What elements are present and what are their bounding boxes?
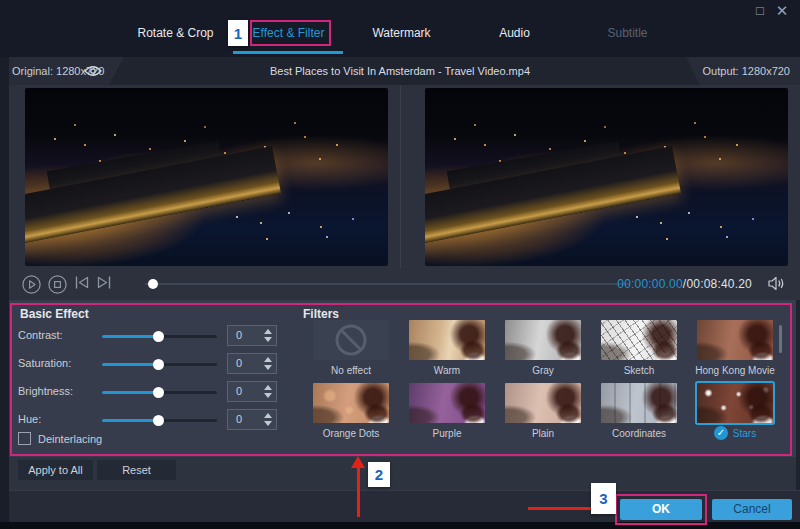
spinner-up-icon[interactable]: [264, 413, 272, 418]
saturation-slider[interactable]: [102, 363, 217, 366]
seek-slider-thumb[interactable]: [148, 279, 158, 289]
city-lights: [454, 138, 456, 140]
filter-label: Orange Dots: [303, 426, 399, 440]
filter-thumbnail[interactable]: [697, 383, 773, 423]
filter-name: Sketch: [624, 365, 655, 376]
saturation-spinner[interactable]: 0: [227, 353, 277, 374]
tab-effect-filter[interactable]: Effect & Filter: [232, 26, 345, 40]
spinner-up-icon[interactable]: [264, 329, 272, 334]
spinner-arrows: [264, 329, 272, 342]
video-editor-dialog: □ ✕ Rotate & CropEffect & FilterWatermar…: [0, 0, 800, 529]
filter-thumbnail[interactable]: [313, 383, 389, 423]
filter-name: Orange Dots: [323, 428, 380, 439]
seek-slider[interactable]: [145, 283, 630, 285]
volume-icon[interactable]: [768, 276, 785, 291]
filter-tile-coordinates[interactable]: Coordinates: [591, 383, 687, 440]
spinner-up-icon[interactable]: [264, 385, 272, 390]
effect-label: Brightness:: [18, 385, 73, 397]
tab-subtitle[interactable]: Subtitle: [571, 26, 684, 40]
play-button[interactable]: [22, 275, 41, 294]
filter-label: Gray: [495, 363, 591, 377]
hue-slider[interactable]: [102, 419, 217, 422]
filter-tile-sketch[interactable]: Sketch: [591, 320, 687, 377]
spinner-value: 0: [236, 329, 242, 341]
previous-frame-button[interactable]: [74, 275, 90, 290]
filter-thumbnail[interactable]: [409, 383, 485, 423]
filter-tile-plain[interactable]: Plain: [495, 383, 591, 440]
effect-label: Contrast:: [18, 329, 63, 341]
tab-watermark[interactable]: Watermark: [345, 26, 458, 40]
contrast-spinner[interactable]: 0: [227, 325, 277, 346]
original-video-preview: [25, 88, 388, 266]
slider-thumb[interactable]: [153, 387, 164, 398]
maximize-icon[interactable]: □: [752, 3, 768, 19]
filter-thumbnail[interactable]: [601, 320, 677, 360]
filter-tile-stars[interactable]: ✓Stars: [687, 383, 783, 440]
deinterlacing-label: Deinterlacing: [38, 433, 102, 445]
filter-tile-gray[interactable]: Gray: [495, 320, 591, 377]
apply-to-all-button[interactable]: Apply to All: [18, 460, 93, 480]
filter-tile-no-effect[interactable]: No effect: [303, 320, 399, 377]
annotation-arrow-up-head: [351, 456, 365, 468]
filter-thumbnail[interactable]: [505, 320, 581, 360]
brightness-spinner[interactable]: 0: [227, 381, 277, 402]
tab-rotate-crop[interactable]: Rotate & Crop: [119, 26, 232, 40]
basic-effect-title: Basic Effect: [20, 307, 89, 321]
preview-eye-icon[interactable]: [84, 65, 102, 79]
effect-label: Hue:: [18, 413, 41, 425]
output-resolution-label: Output: 1280x720: [703, 57, 790, 85]
annotation-step-3: 3: [591, 483, 616, 514]
annotation-arrow-up: [357, 468, 360, 517]
filter-label: No effect: [303, 363, 399, 377]
filter-tile-purple[interactable]: Purple: [399, 383, 495, 440]
spinner-down-icon[interactable]: [264, 421, 272, 426]
window-right-edge: [796, 300, 800, 490]
filter-tile-hong-kong-movie[interactable]: Hong Kong Movie: [687, 320, 783, 377]
effect-label: Saturation:: [18, 357, 71, 369]
close-icon[interactable]: ✕: [774, 3, 790, 19]
brightness-slider[interactable]: [102, 391, 217, 394]
filter-thumbnail[interactable]: [601, 383, 677, 423]
filters-scrollbar[interactable]: [779, 325, 782, 353]
reset-button[interactable]: Reset: [97, 460, 176, 480]
filters-grid: No effectWarmGraySketchHong Kong MovieOr…: [303, 320, 783, 440]
slider-fill: [102, 419, 158, 422]
stop-button[interactable]: [48, 275, 67, 294]
tab-label: Rotate & Crop: [137, 26, 213, 40]
contrast-slider[interactable]: [102, 335, 217, 338]
spinner-down-icon[interactable]: [264, 393, 272, 398]
filter-label: Purple: [399, 426, 495, 440]
filter-name: Hong Kong Movie: [695, 365, 775, 376]
filter-thumbnail[interactable]: [409, 320, 485, 360]
slider-thumb[interactable]: [153, 331, 164, 342]
filter-thumbnail[interactable]: [697, 320, 773, 360]
time-display: 00:00:00.00/00:08:40.20: [617, 277, 752, 291]
annotation-step-2: 2: [368, 462, 390, 487]
effect-row-brightness-: Brightness:0: [0, 378, 300, 406]
next-frame-button[interactable]: [96, 275, 112, 290]
filter-tile-warm[interactable]: Warm: [399, 320, 495, 377]
filter-thumbnail[interactable]: [505, 383, 581, 423]
slider-thumb[interactable]: [153, 359, 164, 370]
output-video-preview: [425, 88, 788, 266]
spinner-value: 0: [236, 357, 242, 369]
checkbox-box[interactable]: [18, 432, 31, 445]
filter-thumbnail[interactable]: [313, 320, 389, 360]
cancel-button[interactable]: Cancel: [712, 499, 792, 520]
slider-fill: [102, 391, 158, 394]
spinner-arrows: [264, 357, 272, 370]
ok-button[interactable]: OK: [620, 499, 702, 520]
spinner-down-icon[interactable]: [264, 365, 272, 370]
filter-tile-orange-dots[interactable]: Orange Dots: [303, 383, 399, 440]
spinner-arrows: [264, 413, 272, 426]
tab-label: Subtitle: [607, 26, 647, 40]
slider-thumb[interactable]: [153, 415, 164, 426]
apply-row: Apply to All Reset: [0, 457, 800, 490]
deinterlacing-checkbox[interactable]: Deinterlacing: [18, 432, 102, 445]
spinner-down-icon[interactable]: [264, 337, 272, 342]
time-current: 00:00:00.00: [617, 277, 683, 291]
hue-spinner[interactable]: 0: [227, 409, 277, 430]
spinner-up-icon[interactable]: [264, 357, 272, 362]
tab-audio[interactable]: Audio: [458, 26, 571, 40]
filter-name: Stars: [733, 428, 756, 439]
